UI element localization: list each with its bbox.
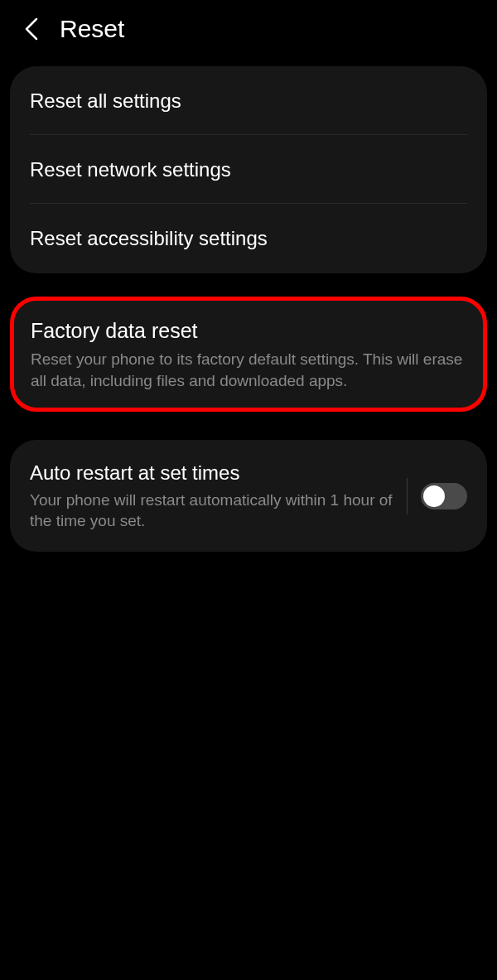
reset-options-group: Reset all settings Reset network setting… [10,66,487,273]
header: Reset [0,0,497,58]
reset-all-settings-item[interactable]: Reset all settings [10,66,487,135]
factory-data-reset-item[interactable]: Factory data reset Reset your phone to i… [14,301,483,408]
item-label: Reset network settings [30,157,467,182]
toggle-text: Auto restart at set times Your phone wil… [30,460,393,531]
auto-restart-toggle[interactable] [421,483,467,509]
reset-accessibility-settings-item[interactable]: Reset accessibility settings [10,204,487,273]
item-description: Your phone will restart automatically wi… [30,490,393,532]
auto-restart-group: Auto restart at set times Your phone wil… [10,440,487,551]
factory-data-reset-group: Factory data reset Reset your phone to i… [10,297,487,413]
item-label: Factory data reset [31,317,466,345]
item-label: Reset all settings [30,88,467,113]
auto-restart-item[interactable]: Auto restart at set times Your phone wil… [10,440,487,551]
item-description: Reset your phone to its factory default … [31,349,466,391]
reset-network-settings-item[interactable]: Reset network settings [10,135,487,204]
back-icon[interactable] [23,17,41,41]
divider [407,478,408,514]
toggle-knob [423,485,445,507]
item-label: Auto restart at set times [30,460,393,485]
item-label: Reset accessibility settings [30,225,467,251]
page-title: Reset [60,15,124,43]
